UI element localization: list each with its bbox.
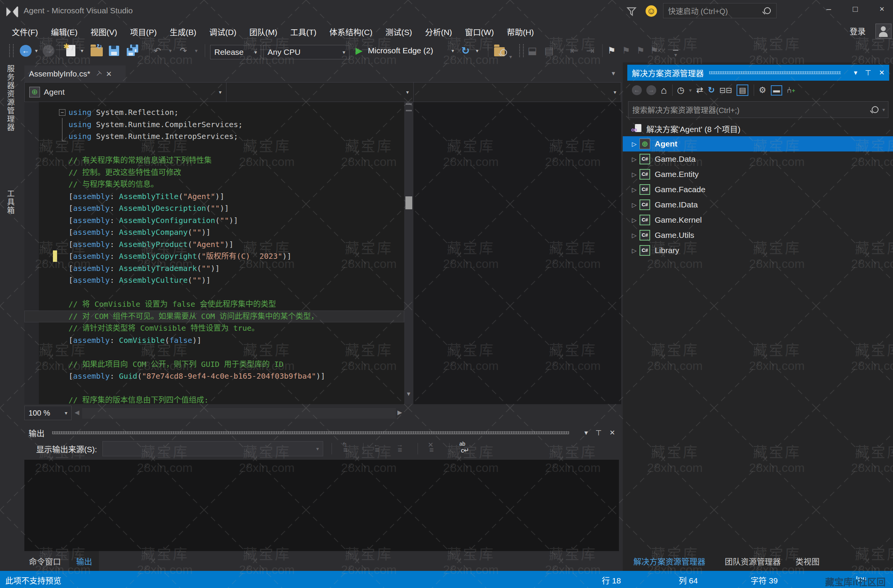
- menu-item[interactable]: 帮助(H): [500, 24, 540, 40]
- expander-icon[interactable]: ▷: [632, 232, 639, 239]
- expander-icon[interactable]: ▷: [632, 156, 639, 163]
- close-icon[interactable]: ✕: [879, 69, 885, 77]
- find-in-files-dropdown[interactable]: ▾: [509, 50, 512, 63]
- feedback-filter-icon[interactable]: [626, 6, 637, 18]
- menu-item[interactable]: 调试(D): [203, 24, 243, 40]
- user-avatar[interactable]: [875, 24, 891, 39]
- scroll-left-arrow[interactable]: ◀: [75, 409, 79, 416]
- expander-icon[interactable]: ▷: [632, 140, 639, 148]
- platform-select[interactable]: Any CPU▾: [263, 45, 349, 59]
- window-position-dropdown[interactable]: ▾: [584, 429, 588, 437]
- sidebar-rail-tab[interactable]: 工具箱: [0, 190, 16, 215]
- editor-vertical-scrollbar[interactable]: ▼: [404, 102, 413, 404]
- preview-selected-items-icon[interactable]: ▤: [737, 84, 748, 96]
- output-content[interactable]: [24, 460, 619, 551]
- new-file-dropdown[interactable]: ▾: [81, 44, 83, 57]
- solution-search-input[interactable]: 搜索解决方案资源管理器(Ctrl+;) ▾: [628, 101, 888, 118]
- expander-icon[interactable]: ▷: [632, 247, 639, 254]
- configuration-select[interactable]: Release▾: [210, 45, 261, 59]
- zoom-select[interactable]: 100 % ▾: [24, 406, 72, 420]
- save-all-button[interactable]: [126, 44, 139, 57]
- navigate-forward-button[interactable]: →: [43, 44, 54, 57]
- feedback-smiley-icon[interactable]: ☺: [646, 5, 657, 17]
- tree-item-project[interactable]: ▷C#Game.Kernel: [623, 212, 893, 228]
- tree-item-project[interactable]: ▷C#Game.Data: [623, 151, 893, 167]
- scrollbar-split-grip[interactable]: [406, 104, 412, 111]
- sync-with-active-document-icon[interactable]: ⇄: [696, 85, 703, 95]
- undo-dropdown[interactable]: ▾: [169, 44, 172, 57]
- navigate-back-dropdown[interactable]: ▾: [35, 44, 38, 57]
- refresh-icon[interactable]: ↻: [708, 85, 714, 95]
- redo-button[interactable]: ↷: [180, 44, 187, 57]
- solution-explorer-header[interactable]: 解决方案资源管理器 ▾ ⊤ ✕: [627, 65, 889, 81]
- clear-bookmarks-icon[interactable]: ⚑✕: [650, 44, 662, 57]
- expander-icon[interactable]: ▷: [632, 201, 639, 209]
- navbar-member-select[interactable]: ▾: [414, 83, 621, 102]
- menu-item[interactable]: 工具(T): [284, 24, 323, 40]
- toolbar-drag-grip[interactable]: [9, 44, 14, 57]
- tool-window-tab[interactable]: 命令窗口: [22, 551, 68, 571]
- fold-collapse-icon[interactable]: −: [59, 109, 65, 116]
- refresh-browser-dropdown[interactable]: ▾: [476, 44, 478, 57]
- tool-window-tab[interactable]: 输出: [69, 551, 99, 571]
- tool-window-tab[interactable]: 解决方案资源管理器: [627, 551, 712, 571]
- expander-icon[interactable]: ▷: [632, 171, 639, 178]
- tree-item-solution[interactable]: ∞解决方案'Agent' (8 个项目): [623, 121, 893, 136]
- tree-item-project[interactable]: ▷C#Game.Facade: [623, 182, 893, 197]
- sign-in-link[interactable]: 登录: [850, 25, 866, 37]
- navbar-type-select[interactable]: ▾: [226, 83, 414, 102]
- toolbar-drag-grip[interactable]: [519, 44, 524, 57]
- maximize-button[interactable]: □: [847, 2, 864, 17]
- open-file-button[interactable]: ↻: [91, 44, 103, 57]
- decrease-indent-icon[interactable]: ⇤: [570, 44, 579, 57]
- scroll-down-arrow[interactable]: ▼: [406, 390, 411, 397]
- menu-item[interactable]: 生成(B): [163, 24, 203, 40]
- pending-changes-filter-icon[interactable]: ◷: [677, 85, 684, 95]
- scroll-right-arrow[interactable]: ▶: [397, 409, 402, 416]
- scrollbar-thumb[interactable]: [405, 196, 412, 209]
- start-debugging-dropdown[interactable]: ▾: [451, 44, 454, 57]
- menu-item[interactable]: 分析(N): [418, 24, 458, 40]
- navigate-back-button[interactable]: ←: [20, 44, 32, 57]
- word-wrap-icon[interactable]: abc↵: [459, 443, 472, 454]
- next-message-icon[interactable]: →≡: [396, 443, 409, 454]
- tree-item-project[interactable]: ▷C#Game.Utils: [623, 228, 893, 243]
- previous-bookmark-icon[interactable]: ⚑: [622, 44, 630, 57]
- switch-views-icon[interactable]: ⑃+: [787, 85, 795, 95]
- tree-item-project[interactable]: ▷C#Library: [623, 243, 893, 258]
- close-icon[interactable]: ✕: [609, 429, 615, 437]
- menu-item[interactable]: 项目(P): [124, 24, 163, 40]
- find-in-files-button[interactable]: [494, 44, 507, 57]
- close-icon[interactable]: ✕: [106, 70, 112, 78]
- start-debugging-button[interactable]: ▶Microsoft Edge (2): [356, 44, 433, 57]
- menu-item[interactable]: 测试(S): [379, 24, 418, 40]
- new-file-button[interactable]: ✱: [66, 44, 75, 57]
- undo-button[interactable]: ↶: [154, 44, 161, 57]
- tree-item-project[interactable]: ▷C#Game.IData: [623, 197, 893, 212]
- tree-item-project[interactable]: ▷C#Game.Entity: [623, 167, 893, 182]
- back-icon[interactable]: ←: [632, 85, 642, 95]
- document-tab[interactable]: AssemblyInfo.cs* ⊤ ✕: [24, 65, 126, 82]
- tool-window-tab[interactable]: 团队资源管理器: [718, 551, 788, 571]
- redo-dropdown[interactable]: ▾: [195, 44, 198, 57]
- menu-item[interactable]: 团队(M): [243, 24, 284, 40]
- previous-message-icon[interactable]: ←≡: [373, 443, 386, 454]
- output-panel-header[interactable]: 输出 ▾ ⊤ ✕: [16, 425, 621, 440]
- save-button[interactable]: [109, 44, 119, 57]
- goto-message-icon[interactable]: ↰≡: [342, 443, 355, 454]
- refresh-browser-button[interactable]: ↻: [461, 44, 470, 57]
- next-bookmark-icon[interactable]: ⚑: [636, 44, 645, 57]
- show-all-files-icon[interactable]: ▬: [771, 85, 782, 96]
- pin-icon[interactable]: ⊤: [865, 69, 871, 77]
- output-source-select[interactable]: ▾: [102, 441, 323, 456]
- tool-window-tab[interactable]: 类视图: [789, 551, 826, 571]
- minimize-button[interactable]: –: [820, 2, 837, 17]
- filter-dropdown[interactable]: ▾: [689, 87, 692, 93]
- navbar-project-select[interactable]: ⊕ Agent ▾: [25, 83, 226, 102]
- menu-item[interactable]: 编辑(E): [45, 24, 84, 40]
- expander-icon[interactable]: ▷: [632, 186, 639, 193]
- document-outline-icon[interactable]: ▤: [544, 44, 554, 57]
- home-icon[interactable]: ⌂: [661, 84, 667, 96]
- pin-icon[interactable]: ⊤: [595, 429, 602, 437]
- editor-horizontal-scrollbar[interactable]: [82, 408, 396, 419]
